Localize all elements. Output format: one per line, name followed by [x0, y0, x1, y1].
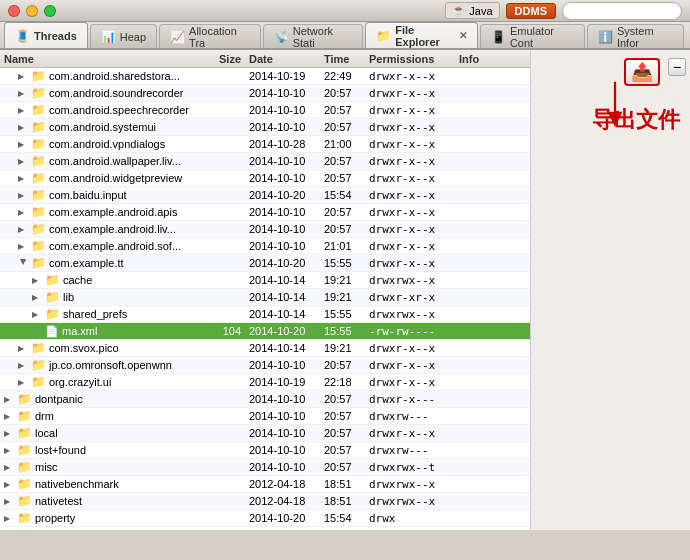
expand-icon: ▶	[4, 480, 14, 489]
file-row[interactable]: ▶📁 nativebenchmark 2012-04-18 18:51 drwx…	[0, 476, 530, 493]
file-name: ▶📁 misc	[4, 460, 204, 474]
file-row[interactable]: ▶📁 lib 2014-10-14 19:21 drwxr-xr-x	[0, 289, 530, 306]
file-name-text: com.android.sharedstora...	[49, 70, 180, 82]
expand-icon: ▶	[18, 344, 28, 353]
file-row[interactable]: 📄 ma.xml 104 2014-10-20 15:55 -rw-rw----	[0, 323, 530, 340]
file-row[interactable]: ▶📁 org.crazyit.ui 2014-10-19 22:18 drwxr…	[0, 374, 530, 391]
tab-heap[interactable]: 📊 Heap	[90, 24, 157, 48]
file-date: 2014-10-20	[249, 325, 324, 337]
file-date: 2014-10-20	[249, 257, 324, 269]
tab-emulator[interactable]: 📱 Emulator Cont	[480, 24, 585, 48]
file-name-text: com.android.systemui	[49, 121, 156, 133]
expand-icon: ▶	[4, 412, 14, 421]
expand-icon: ▶	[32, 293, 42, 302]
file-row[interactable]: ▶📁 local 2014-10-10 20:57 drwxr-x--x	[0, 425, 530, 442]
file-date: 2014-10-10	[249, 104, 324, 116]
ddms-badge[interactable]: DDMS	[506, 3, 556, 19]
tab-file-explorer[interactable]: 📁 File Explorer ✕	[365, 22, 478, 48]
folder-icon: 📁	[31, 137, 46, 151]
file-row[interactable]: ▶📁 com.example.tt 2014-10-20 15:55 drwxr…	[0, 255, 530, 272]
close-btn[interactable]	[8, 5, 20, 17]
file-name: ▶📁 com.android.sharedstora...	[4, 69, 204, 83]
file-time: 20:57	[324, 155, 369, 167]
file-permissions: drwxr-x--x	[369, 87, 459, 100]
file-row[interactable]: ▶📁 com.android.wallpaper.liv... 2014-10-…	[0, 153, 530, 170]
file-date: 2014-10-10	[249, 87, 324, 99]
file-row[interactable]: ▶📁 shared_prefs 2014-10-14 15:55 drwxrwx…	[0, 306, 530, 323]
tab-sysinfo[interactable]: ℹ️ System Infor	[587, 24, 684, 48]
expand-icon: ▶	[4, 514, 14, 523]
file-time: 21:01	[324, 240, 369, 252]
file-row[interactable]: ▶📁 nativetest 2012-04-18 18:51 drwxrwx--…	[0, 493, 530, 510]
file-name-text: com.example.tt	[49, 257, 124, 269]
file-row[interactable]: ▶📁 com.android.speechrecorder 2014-10-10…	[0, 102, 530, 119]
file-name: ▶📁 nativebenchmark	[4, 477, 204, 491]
file-time: 15:54	[324, 512, 369, 524]
file-row[interactable]: ▶📁 com.baidu.input 2014-10-20 15:54 drwx…	[0, 187, 530, 204]
folder-icon: 📁	[31, 239, 46, 253]
folder-icon: 📁	[31, 205, 46, 219]
right-panel: 📤 − 导出文件	[530, 50, 690, 530]
tab-allocation[interactable]: 📈 Allocation Tra	[159, 24, 261, 48]
file-date: 2014-10-28	[249, 138, 324, 150]
expand-icon: ▶	[4, 446, 14, 455]
folder-icon: 📁	[17, 477, 32, 491]
file-permissions: drwxr-x--x	[369, 206, 459, 219]
file-row[interactable]: ▶📁 property 2014-10-20 15:54 drwx	[0, 510, 530, 527]
tab-threads[interactable]: 🧵 Threads	[4, 22, 88, 48]
file-icon: 📄	[45, 325, 59, 338]
file-row[interactable]: ▶📁 drm 2014-10-10 20:57 drwxrw---	[0, 408, 530, 425]
minus-button[interactable]: −	[668, 58, 686, 76]
sysinfo-icon: ℹ️	[598, 30, 613, 44]
allocation-icon: 📈	[170, 30, 185, 44]
folder-icon: 📁	[17, 511, 32, 525]
file-row[interactable]: ▶📁 com.android.soundrecorder 2014-10-10 …	[0, 85, 530, 102]
file-row[interactable]: ▶📁 com.android.vpndialogs 2014-10-28 21:…	[0, 136, 530, 153]
file-name-text: lost+found	[35, 444, 86, 456]
folder-icon: 📁	[45, 273, 60, 287]
file-name-text: org.crazyit.ui	[49, 376, 111, 388]
tab-network[interactable]: 📡 Network Stati	[263, 24, 363, 48]
file-date: 2014-10-10	[249, 206, 324, 218]
file-name: ▶📁 org.crazyit.ui	[4, 375, 204, 389]
file-name: ▶📁 com.android.widgetpreview	[4, 171, 204, 185]
emulator-icon: 📱	[491, 30, 506, 44]
file-name-text: com.android.speechrecorder	[49, 104, 189, 116]
folder-icon: 📁	[17, 460, 32, 474]
file-time: 15:55	[324, 308, 369, 320]
folder-icon: 📁	[45, 290, 60, 304]
maximize-btn[interactable]	[44, 5, 56, 17]
file-name-text: jp.co.omronsoft.openwnn	[49, 359, 172, 371]
file-row[interactable]: ▶📁 dontpanic 2014-10-10 20:57 drwxr-x---	[0, 391, 530, 408]
search-input[interactable]	[562, 2, 682, 20]
file-row[interactable]: ▶📁 misc 2014-10-10 20:57 drwxrwx--t	[0, 459, 530, 476]
file-permissions: drwxr-x--x	[369, 121, 459, 134]
folder-icon: 📁	[31, 375, 46, 389]
file-time: 20:57	[324, 393, 369, 405]
file-row[interactable]: ▶📁 com.example.android.apis 2014-10-10 2…	[0, 204, 530, 221]
file-row[interactable]: ▶📁 com.example.android.sof... 2014-10-10…	[0, 238, 530, 255]
minimize-btn[interactable]	[26, 5, 38, 17]
file-name: ▶📁 nativetest	[4, 494, 204, 508]
file-time: 20:57	[324, 223, 369, 235]
file-row[interactable]: ▶📁 com.example.android.liv... 2014-10-10…	[0, 221, 530, 238]
file-row[interactable]: ▶📁 com.svox.pico 2014-10-14 19:21 drwxr-…	[0, 340, 530, 357]
file-permissions: drwxr-x--x	[369, 155, 459, 168]
file-name: ▶📁 shared_prefs	[4, 307, 204, 321]
file-name-text: shared_prefs	[63, 308, 127, 320]
file-row[interactable]: ▶📁 lost+found 2014-10-10 20:57 drwxrw---	[0, 442, 530, 459]
network-icon: 📡	[274, 30, 289, 44]
file-row[interactable]: ▶📁 com.android.widgetpreview 2014-10-10 …	[0, 170, 530, 187]
file-row[interactable]: ▶📁 cache 2014-10-14 19:21 drwxrwx--x	[0, 272, 530, 289]
file-time: 18:51	[324, 495, 369, 507]
col-name-header: Name	[4, 53, 204, 65]
file-row[interactable]: ▶📁 com.android.systemui 2014-10-10 20:57…	[0, 119, 530, 136]
folder-icon: 📁	[17, 392, 32, 406]
file-row[interactable]: ▶📁 jp.co.omronsoft.openwnn 2014-10-10 20…	[0, 357, 530, 374]
file-name-text: local	[35, 427, 58, 439]
folder-icon: 📁	[31, 86, 46, 100]
folder-icon: 📁	[31, 188, 46, 202]
file-explorer-icon: 📁	[376, 29, 391, 43]
file-list[interactable]: ▶📁 com.android.sharedstora... 2014-10-19…	[0, 68, 530, 530]
file-row[interactable]: ▶📁 com.android.sharedstora... 2014-10-19…	[0, 68, 530, 85]
